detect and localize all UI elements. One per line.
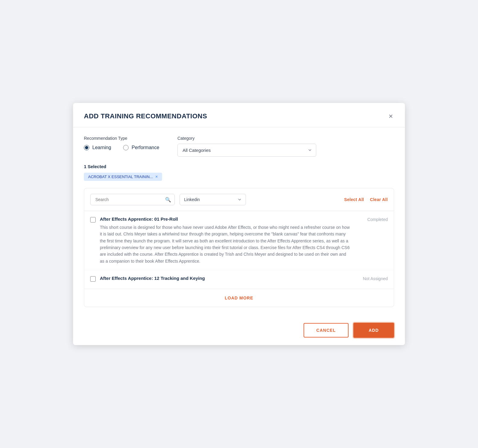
- list-item: After Effects Apprentice: 01 Pre-Roll Th…: [84, 211, 394, 270]
- radio-learning-label: Learning: [92, 145, 111, 150]
- item-content-1: After Effects Apprentice: 01 Pre-Roll Th…: [100, 216, 350, 264]
- category-group: Category All Categories Technical Leader…: [177, 136, 394, 157]
- item-status-2: Not Assigned: [355, 276, 388, 281]
- tag-acrobat: ACROBAT X ESSENTIAL TRAININ... ×: [84, 173, 162, 181]
- item-description-1: This short course is designed for those …: [100, 224, 350, 264]
- search-wrapper: 🔍: [90, 194, 175, 205]
- item-checkbox-1[interactable]: [90, 217, 96, 222]
- close-button[interactable]: ×: [387, 111, 394, 121]
- search-input[interactable]: [90, 194, 175, 205]
- list-item: After Effects Apprentice: 12 Tracking an…: [84, 270, 394, 289]
- list-container: 🔍 Linkedin Coursera Udemy Internal Selec…: [84, 188, 394, 307]
- list-toolbar: 🔍 Linkedin Coursera Udemy Internal Selec…: [84, 188, 394, 211]
- source-select[interactable]: Linkedin Coursera Udemy Internal: [180, 194, 246, 205]
- category-select[interactable]: All Categories Technical Leadership Comp…: [177, 144, 316, 157]
- item-status-1: Completed: [355, 217, 388, 222]
- selected-tags: ACROBAT X ESSENTIAL TRAININ... ×: [84, 173, 394, 181]
- add-training-modal: ADD TRAINING RECOMMENDATIONS × Recommend…: [73, 103, 405, 345]
- item-title-2: After Effects Apprentice: 12 Tracking an…: [100, 276, 350, 281]
- radio-performance-input[interactable]: [123, 145, 129, 150]
- list-items: After Effects Apprentice: 01 Pre-Roll Th…: [84, 211, 394, 307]
- modal-title: ADD TRAINING RECOMMENDATIONS: [84, 112, 207, 120]
- cancel-button[interactable]: CANCEL: [304, 323, 348, 338]
- radio-performance[interactable]: Performance: [123, 145, 159, 150]
- add-button[interactable]: ADD: [353, 323, 394, 338]
- item-checkbox-2[interactable]: [90, 276, 96, 282]
- selected-count: 1 Selected: [84, 164, 394, 169]
- recommendation-type-label: Recommendation Type: [84, 136, 159, 141]
- clear-all-button[interactable]: Clear All: [370, 197, 388, 202]
- item-title-1: After Effects Apprentice: 01 Pre-Roll: [100, 216, 350, 222]
- tag-remove-button[interactable]: ×: [155, 174, 158, 179]
- search-icon: 🔍: [165, 197, 171, 202]
- toolbar-actions: Select All Clear All: [344, 197, 388, 202]
- select-all-button[interactable]: Select All: [344, 197, 364, 202]
- item-content-2: After Effects Apprentice: 12 Tracking an…: [100, 276, 350, 283]
- recommendation-type-group: Recommendation Type Learning Performance: [84, 136, 159, 157]
- radio-performance-label: Performance: [132, 145, 159, 150]
- modal-footer: CANCEL ADD: [73, 315, 405, 345]
- category-label: Category: [177, 136, 394, 141]
- load-more-button[interactable]: LOAD MORE: [225, 296, 253, 300]
- modal-header: ADD TRAINING RECOMMENDATIONS ×: [73, 103, 405, 127]
- load-more-area: LOAD MORE: [84, 289, 394, 307]
- radio-learning-input[interactable]: [84, 145, 89, 150]
- tag-label: ACROBAT X ESSENTIAL TRAININ...: [88, 174, 153, 179]
- radio-group: Learning Performance: [84, 145, 159, 150]
- radio-learning[interactable]: Learning: [84, 145, 111, 150]
- modal-body: Recommendation Type Learning Performance…: [73, 127, 405, 315]
- form-section: Recommendation Type Learning Performance…: [84, 136, 394, 157]
